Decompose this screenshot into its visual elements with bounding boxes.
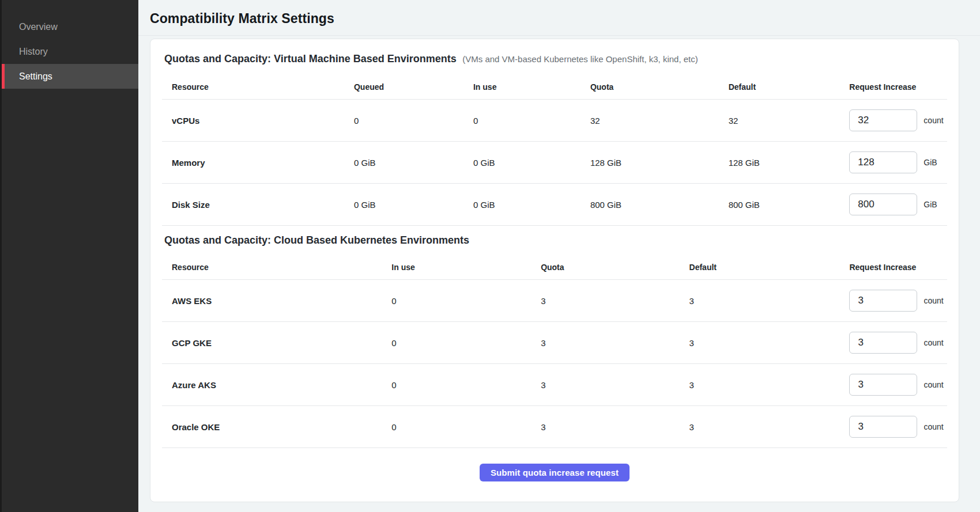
quota-value: 3 <box>531 380 679 390</box>
sidebar-item-settings[interactable]: Settings <box>2 64 138 89</box>
default-value: 3 <box>680 296 840 306</box>
unit-label: count <box>924 422 943 431</box>
column-header-in-use: In use <box>382 263 531 272</box>
unit-label: GiB <box>924 200 937 209</box>
resource-label: Disk Size <box>162 200 344 210</box>
default-value: 3 <box>680 380 840 390</box>
default-value: 800 GiB <box>719 200 840 210</box>
in-use-value: 0 <box>463 116 581 126</box>
in-use-value: 0 <box>382 380 531 390</box>
table-row-azure-aks: Azure AKS 0 3 3 count <box>162 364 947 406</box>
table-row-aws-eks: AWS EKS 0 3 3 count <box>162 280 947 322</box>
unit-label: count <box>924 380 943 389</box>
resource-label: Azure AKS <box>162 380 382 390</box>
column-header-resource: Resource <box>162 82 344 92</box>
vm-section-title: Quotas and Capacity: Virtual Machine Bas… <box>164 53 457 65</box>
submit-row: Submit quota increase request <box>162 448 947 481</box>
in-use-value: 0 GiB <box>463 158 581 168</box>
page-header: Compatibility Matrix Settings <box>138 0 980 36</box>
resource-label: AWS EKS <box>162 296 382 306</box>
in-use-value: 0 <box>382 422 531 432</box>
column-header-request-increase: Request Increase <box>839 263 947 272</box>
memory-request-input[interactable] <box>849 151 917 173</box>
column-header-quota: Quota <box>581 82 719 92</box>
table-row-disk-size: Disk Size 0 GiB 0 GiB 800 GiB 800 GiB Gi… <box>162 184 947 226</box>
cloud-section-heading: Quotas and Capacity: Cloud Based Kuberne… <box>164 226 947 255</box>
column-header-queued: Queued <box>344 82 463 92</box>
vm-section-subtitle: (VMs and VM-based Kubernetes like OpenSh… <box>462 54 698 64</box>
azure-aks-request-input[interactable] <box>849 374 917 396</box>
table-row-gcp-gke: GCP GKE 0 3 3 count <box>162 322 947 364</box>
queued-value: 0 <box>344 116 463 126</box>
sidebar-item-history[interactable]: History <box>2 39 138 64</box>
table-row-oracle-oke: Oracle OKE 0 3 3 count <box>162 406 947 448</box>
cloud-section-title: Quotas and Capacity: Cloud Based Kuberne… <box>164 234 469 246</box>
queued-value: 0 GiB <box>344 200 463 210</box>
vm-section-heading: Quotas and Capacity: Virtual Machine Bas… <box>164 53 947 74</box>
column-header-resource: Resource <box>162 263 382 272</box>
quota-value: 3 <box>531 296 679 306</box>
cloud-table-header: Resource In use Quota Default Request In… <box>162 255 947 280</box>
default-value: 3 <box>680 338 840 348</box>
column-header-default: Default <box>680 263 840 272</box>
quota-value: 800 GiB <box>581 200 719 210</box>
quota-value: 3 <box>531 422 679 432</box>
table-row-vcpus: vCPUs 0 0 32 32 count <box>162 100 947 142</box>
resource-label: Oracle OKE <box>162 422 382 432</box>
submit-quota-increase-button[interactable]: Submit quota increase request <box>480 464 630 481</box>
queued-value: 0 GiB <box>344 158 463 168</box>
sidebar-item-overview[interactable]: Overview <box>2 14 138 39</box>
disk-size-request-input[interactable] <box>849 194 917 215</box>
table-row-memory: Memory 0 GiB 0 GiB 128 GiB 128 GiB GiB <box>162 142 947 184</box>
unit-label: GiB <box>924 158 937 167</box>
vm-table-header: Resource Queued In use Quota Default Req… <box>162 74 947 100</box>
column-header-default: Default <box>719 82 840 92</box>
sidebar: Overview History Settings <box>0 0 138 512</box>
page-title: Compatibility Matrix Settings <box>150 11 959 26</box>
column-header-request-increase: Request Increase <box>839 82 947 92</box>
in-use-value: 0 <box>382 338 531 348</box>
default-value: 128 GiB <box>719 158 840 168</box>
vcpus-request-input[interactable] <box>849 109 917 131</box>
oracle-oke-request-input[interactable] <box>849 416 917 438</box>
main-content: Compatibility Matrix Settings Quotas and… <box>138 0 980 512</box>
aws-eks-request-input[interactable] <box>849 290 917 312</box>
default-value: 32 <box>719 116 840 126</box>
resource-label: GCP GKE <box>162 338 382 348</box>
in-use-value: 0 GiB <box>463 200 581 210</box>
unit-label: count <box>924 296 943 305</box>
column-header-quota: Quota <box>531 263 679 272</box>
resource-label: vCPUs <box>162 116 344 126</box>
in-use-value: 0 <box>382 296 531 306</box>
unit-label: count <box>924 116 943 125</box>
unit-label: count <box>924 338 943 347</box>
settings-card: Quotas and Capacity: Virtual Machine Bas… <box>150 39 959 502</box>
default-value: 3 <box>680 422 840 432</box>
resource-label: Memory <box>162 158 344 168</box>
quota-value: 32 <box>581 116 719 126</box>
quota-value: 3 <box>531 338 679 348</box>
quota-value: 128 GiB <box>581 158 719 168</box>
column-header-in-use: In use <box>463 82 581 92</box>
app-window: Overview History Settings Compatibility … <box>0 0 980 512</box>
gcp-gke-request-input[interactable] <box>849 332 917 354</box>
